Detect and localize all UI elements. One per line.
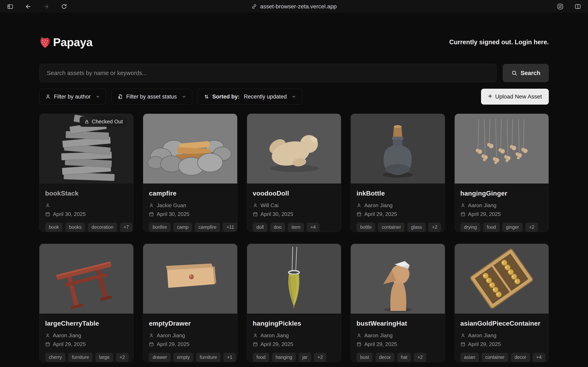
asset-author-row: Aaron Jiang xyxy=(356,332,439,339)
tag-pill[interactable]: container xyxy=(482,353,508,362)
asset-card[interactable]: emptyDrawer Aaron Jiang April 29, 2025 d… xyxy=(143,244,237,362)
address-bar[interactable]: asset-browser-zeta.vercel.app xyxy=(251,3,337,10)
split-view-icon xyxy=(575,3,581,10)
person-icon xyxy=(460,333,466,338)
tag-pill[interactable]: ginger xyxy=(502,223,523,232)
tag-pill[interactable]: decor xyxy=(511,353,530,362)
tag-pill[interactable]: drawer xyxy=(149,353,171,362)
tag-pill[interactable]: asian xyxy=(460,353,479,362)
back-button[interactable] xyxy=(24,2,32,11)
tag-pill[interactable]: bottle xyxy=(356,223,375,232)
forward-button[interactable] xyxy=(42,2,50,11)
tag-list: draweremptyfurniture+1 xyxy=(149,353,231,362)
tag-pill[interactable]: cherry xyxy=(45,353,66,362)
login-link[interactable]: Login here. xyxy=(515,39,549,46)
tag-more-pill[interactable]: +2 xyxy=(314,353,327,362)
tag-more-pill[interactable]: +1 xyxy=(223,353,236,362)
asset-card[interactable]: asianGoldPieceContainer Aaron Jiang Apri… xyxy=(454,244,549,362)
calendar-icon xyxy=(45,212,50,217)
asset-date: April 29, 2025 xyxy=(468,211,501,217)
person-icon xyxy=(45,94,51,100)
tag-more-pill[interactable]: +11 xyxy=(223,223,237,232)
asset-author: Aaron Jiang xyxy=(364,332,393,339)
tag-pill[interactable]: doll xyxy=(253,223,268,232)
asset-thumbnail xyxy=(143,114,237,184)
browser-chrome: asset-browser-zeta.vercel.app xyxy=(0,0,588,13)
tag-pill[interactable]: doo xyxy=(270,223,285,232)
calendar-icon xyxy=(253,342,258,347)
page-settings-button[interactable] xyxy=(556,2,564,11)
calendar-icon xyxy=(460,342,466,347)
tag-pill[interactable]: empty xyxy=(173,353,194,362)
asset-card[interactable]: inkBottle Aaron Jiang April 29, 2025 bot… xyxy=(351,114,445,232)
search-icon xyxy=(511,70,517,76)
tag-more-pill[interactable]: +2 xyxy=(525,223,538,232)
asset-thumbnail xyxy=(455,244,549,314)
tag-more-pill[interactable]: +4 xyxy=(533,353,545,362)
tag-pill[interactable]: decor xyxy=(375,353,395,362)
calendar-icon xyxy=(149,212,154,217)
asset-card[interactable]: campfire Jackie Guan April 30, 2025 bonf… xyxy=(143,114,237,232)
tag-pill[interactable]: large xyxy=(95,353,113,362)
tag-pill[interactable]: hat xyxy=(397,353,411,362)
filter-status-dropdown[interactable]: Filter by asset status xyxy=(112,89,192,105)
sort-label: Sorted by: xyxy=(212,94,240,100)
tag-pill[interactable]: furniture xyxy=(196,353,221,362)
tag-pill[interactable]: camp xyxy=(173,223,192,232)
tag-more-pill[interactable]: +7 xyxy=(120,223,132,232)
tag-pill[interactable]: campfire xyxy=(195,223,220,232)
chevron-down-icon xyxy=(182,94,186,99)
tag-more-pill[interactable]: +2 xyxy=(116,353,129,362)
asset-date-row: April 29, 2025 xyxy=(460,341,543,347)
reload-button[interactable] xyxy=(60,2,68,11)
asset-author-row: Aaron Jiang xyxy=(460,202,543,209)
tag-pill[interactable]: drying xyxy=(460,223,481,232)
tag-pill[interactable]: container xyxy=(378,223,405,232)
asset-card[interactable]: Checked Out bookStack April 30, 2025 boo… xyxy=(39,114,134,232)
asset-title: hangingGinger xyxy=(460,190,543,197)
asset-author-row: Aaron Jiang xyxy=(356,202,439,209)
tag-pill[interactable]: bust xyxy=(356,353,373,362)
asset-card-body: bustWearingHat Aaron Jiang April 29, 202… xyxy=(351,314,445,362)
asset-card[interactable]: hangingGinger Aaron Jiang April 29, 2025… xyxy=(454,114,549,232)
tag-pill[interactable]: decoration xyxy=(88,223,117,232)
upload-new-asset-button[interactable]: + Upload New Asset xyxy=(481,89,549,105)
asset-date: April 30, 2025 xyxy=(156,211,189,217)
tag-pill[interactable]: books xyxy=(65,223,85,232)
asset-author-row: Aaron Jiang xyxy=(253,332,335,339)
asset-date-row: April 30, 2025 xyxy=(149,211,231,217)
asset-card[interactable]: hangingPickles Aaron Jiang April 29, 202… xyxy=(247,244,341,362)
calendar-icon xyxy=(356,342,362,347)
asset-card[interactable]: largeCherryTable Aaron Jiang April 29, 2… xyxy=(39,244,134,362)
sidebar-toggle-button[interactable] xyxy=(6,2,14,11)
tag-pill[interactable]: food xyxy=(483,223,500,232)
asset-title: campfire xyxy=(149,190,231,197)
person-icon xyxy=(149,333,154,338)
tag-pill[interactable]: glass xyxy=(407,223,426,232)
tag-pill[interactable]: furniture xyxy=(68,353,93,362)
tag-pill[interactable]: item xyxy=(288,223,304,232)
asset-card[interactable]: voodooDoll Will Cai April 30, 2025 dolld… xyxy=(247,114,341,232)
search-input[interactable] xyxy=(39,64,497,82)
split-view-button[interactable] xyxy=(574,2,582,11)
tag-more-pill[interactable]: +2 xyxy=(414,353,426,362)
tag-more-pill[interactable]: +4 xyxy=(307,223,319,232)
asset-author: Jackie Guan xyxy=(156,202,186,209)
calendar-icon xyxy=(253,212,258,217)
tag-more-pill[interactable]: +2 xyxy=(428,223,441,232)
tag-pill[interactable]: book xyxy=(45,223,63,232)
tag-pill[interactable]: jar xyxy=(298,353,311,362)
asset-title: hangingPickles xyxy=(253,320,335,327)
filter-author-dropdown[interactable]: Filter by author xyxy=(39,89,106,105)
asset-card[interactable]: bustWearingHat Aaron Jiang April 29, 202… xyxy=(351,244,445,362)
tag-pill[interactable]: bonfire xyxy=(149,223,171,232)
sort-dropdown[interactable]: Sorted by: Recently updated xyxy=(198,89,302,105)
tag-list: dolldooitem+4 xyxy=(253,223,335,232)
asset-card-body: largeCherryTable Aaron Jiang April 29, 2… xyxy=(39,314,133,362)
tag-pill[interactable]: food xyxy=(253,353,269,362)
search-button[interactable]: Search xyxy=(503,64,549,82)
asset-thumbnail xyxy=(247,244,341,314)
calendar-icon xyxy=(460,212,466,217)
asset-author: Aaron Jiang xyxy=(53,332,81,339)
tag-pill[interactable]: hanging xyxy=(272,353,296,362)
